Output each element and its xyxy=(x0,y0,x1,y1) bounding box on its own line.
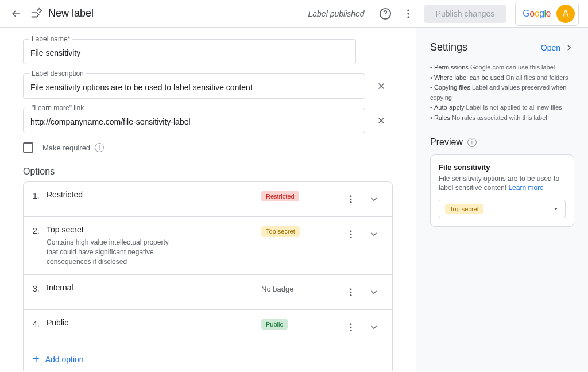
option-index: 1. xyxy=(33,190,47,200)
option-row: 4. Public Public xyxy=(24,310,392,344)
svg-point-1 xyxy=(407,9,409,11)
make-required-checkbox[interactable] xyxy=(23,142,33,153)
svg-point-14 xyxy=(350,327,352,328)
add-option-button[interactable]: + Add option xyxy=(24,344,392,372)
chevron-down-icon xyxy=(369,229,379,239)
option-more-button[interactable] xyxy=(342,225,360,243)
more-vert-icon xyxy=(346,229,356,239)
learn-more-link[interactable]: Learn more xyxy=(508,184,543,192)
main-content: Label name* Label description "Learn mor… xyxy=(0,28,416,372)
options-list: 1. Restricted Restricted 2. Top secret C… xyxy=(23,181,393,372)
caret-down-icon xyxy=(552,206,559,212)
more-vert-icon xyxy=(346,194,356,204)
preview-dropdown[interactable]: Top secret xyxy=(439,200,566,218)
svg-point-12 xyxy=(350,294,352,296)
svg-point-5 xyxy=(350,199,352,200)
plus-icon: + xyxy=(33,352,40,366)
make-required-label: Make required xyxy=(42,144,90,152)
open-label: Open xyxy=(541,43,560,52)
svg-point-9 xyxy=(350,237,352,238)
settings-item: Rules No rules associated with this labe… xyxy=(430,113,574,123)
help-button[interactable] xyxy=(374,2,397,25)
option-expand-button[interactable] xyxy=(365,318,383,336)
svg-point-6 xyxy=(350,202,352,203)
svg-point-10 xyxy=(350,289,352,290)
field-label: Label description xyxy=(29,69,86,78)
options-title: Options xyxy=(23,166,393,177)
svg-point-7 xyxy=(350,230,352,232)
svg-point-4 xyxy=(350,195,352,197)
settings-item: Where label can be used On all files and… xyxy=(430,73,574,83)
option-no-badge: No badge xyxy=(261,285,293,293)
option-more-button[interactable] xyxy=(342,190,360,208)
chevron-down-icon xyxy=(369,322,379,332)
option-expand-button[interactable] xyxy=(365,225,383,243)
google-logo: Google xyxy=(523,9,551,19)
field-label: Label name* xyxy=(29,35,72,43)
more-vert-icon xyxy=(346,322,356,332)
chevron-right-icon xyxy=(564,42,574,53)
publish-button[interactable]: Publish changes xyxy=(424,5,506,23)
option-row: 1. Restricted Restricted xyxy=(24,182,392,217)
header: New label Label published Publish change… xyxy=(0,0,588,28)
open-settings-button[interactable]: Open xyxy=(541,42,574,53)
svg-point-3 xyxy=(407,16,409,18)
arrow-left-icon xyxy=(10,8,22,20)
option-badge: Top secret xyxy=(261,226,300,237)
preview-title: Preview xyxy=(430,137,463,148)
settings-item: Auto-apply Label is not applied to all n… xyxy=(430,103,574,113)
option-name: Restricted xyxy=(47,190,261,199)
chevron-down-icon xyxy=(369,194,379,204)
learn-more-link-input[interactable] xyxy=(30,117,358,126)
add-option-label: Add option xyxy=(45,355,84,364)
option-badge: Public xyxy=(261,319,288,330)
info-icon[interactable]: i xyxy=(95,143,104,152)
preview-label-desc: File sensitivity options are to be used … xyxy=(439,174,566,193)
close-icon xyxy=(376,81,386,91)
more-menu-button[interactable] xyxy=(397,2,420,25)
settings-item: Permissions Google.com can use this labe… xyxy=(430,63,574,73)
svg-point-2 xyxy=(407,13,409,14)
learn-more-link-field[interactable]: "Learn more" link xyxy=(23,108,365,133)
clear-desc-button[interactable] xyxy=(370,75,393,98)
option-desc: Contains high value intellectual propert… xyxy=(47,238,173,266)
close-icon xyxy=(376,115,386,126)
option-badge: Restricted xyxy=(261,191,299,202)
option-index: 2. xyxy=(33,225,47,235)
option-more-button[interactable] xyxy=(342,318,360,336)
option-expand-button[interactable] xyxy=(365,283,383,301)
more-vert-icon xyxy=(346,287,356,297)
chevron-down-icon xyxy=(369,287,379,297)
svg-point-15 xyxy=(350,330,352,331)
avatar[interactable]: A xyxy=(556,5,575,23)
svg-point-11 xyxy=(350,292,352,293)
svg-point-8 xyxy=(350,234,352,235)
option-more-button[interactable] xyxy=(342,283,360,301)
info-icon[interactable]: i xyxy=(467,138,477,147)
back-button[interactable] xyxy=(9,7,23,21)
more-vert-icon xyxy=(403,8,414,20)
label-desc-field[interactable]: Label description xyxy=(23,73,365,99)
help-icon xyxy=(379,7,392,20)
label-icon xyxy=(30,7,44,21)
option-name: Public xyxy=(47,318,261,327)
label-name-input[interactable] xyxy=(30,48,349,57)
svg-point-13 xyxy=(350,324,352,326)
option-row: 3. Internal No badge xyxy=(24,275,392,310)
option-row: 2. Top secret Contains high value intell… xyxy=(24,217,392,275)
account-switcher[interactable]: Google A xyxy=(515,2,579,26)
preview-selected-badge: Top secret xyxy=(445,204,483,214)
option-index: 3. xyxy=(33,283,47,293)
settings-list: Permissions Google.com can use this labe… xyxy=(430,63,574,123)
settings-item: Copying files Label and values preserved… xyxy=(430,83,574,103)
preview-label-name: File sensitivity xyxy=(439,163,566,172)
settings-title: Settings xyxy=(430,41,467,53)
option-index: 4. xyxy=(33,318,47,328)
option-name: Top secret xyxy=(47,225,261,234)
option-expand-button[interactable] xyxy=(365,190,383,208)
label-desc-input[interactable] xyxy=(30,83,358,92)
status-text: Label published xyxy=(308,9,365,18)
clear-link-button[interactable] xyxy=(370,109,393,132)
label-name-field[interactable]: Label name* xyxy=(23,39,356,64)
page-title: New label xyxy=(48,7,94,20)
